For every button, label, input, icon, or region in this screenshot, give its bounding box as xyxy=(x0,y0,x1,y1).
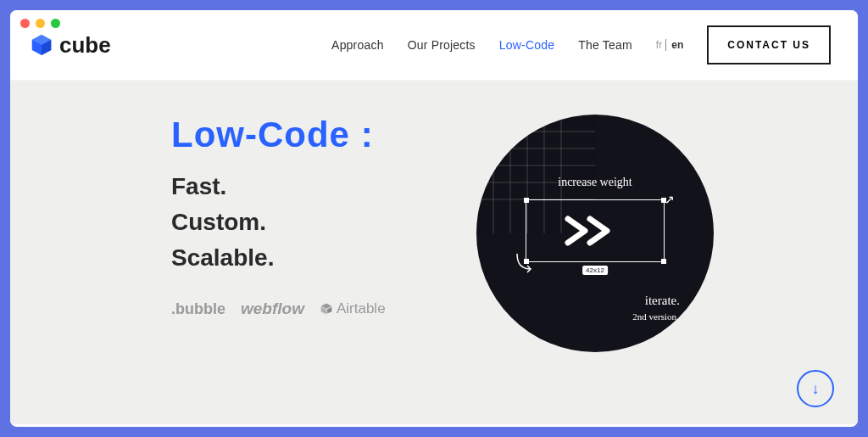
lang-fr[interactable]: fr xyxy=(656,39,662,51)
minimize-icon[interactable] xyxy=(36,19,45,28)
handle-icon xyxy=(661,259,666,264)
contact-button[interactable]: CONTACT US xyxy=(707,25,831,64)
nav-projects[interactable]: Our Projects xyxy=(408,38,476,52)
lang-en[interactable]: en xyxy=(665,39,683,51)
handle-icon xyxy=(524,198,529,203)
hero-section: Low-Code : Fast. Custom. Scalable. .bubb… xyxy=(10,81,858,424)
tool-logos: .bubble webflow Airtable xyxy=(171,300,442,318)
nav-approach[interactable]: Approach xyxy=(331,38,384,52)
illustration-circle: increase weight 42x12 ↗ xyxy=(476,115,714,352)
browser-frame: cube Approach Our Projects Low-Code The … xyxy=(10,10,858,427)
dimensions-label: 42x12 xyxy=(582,266,608,275)
resize-arrow-icon: ↗ xyxy=(665,193,675,206)
webflow-logo: webflow xyxy=(241,300,304,318)
nav-lowcode[interactable]: Low-Code xyxy=(499,38,554,52)
close-icon[interactable] xyxy=(20,19,30,28)
bubble-logo: .bubble xyxy=(171,300,225,318)
scroll-down-button[interactable]: ↓ xyxy=(797,370,834,407)
language-switcher: fr en xyxy=(656,39,683,51)
hero-text: Low-Code : Fast. Custom. Scalable. .bubb… xyxy=(171,115,442,390)
selection-box: 42x12 xyxy=(526,199,665,262)
arrow-down-icon: ↓ xyxy=(812,380,820,398)
chevrons-icon xyxy=(561,214,629,248)
hero-line-1: Fast. xyxy=(171,169,442,204)
annotation-iterate: iterate. xyxy=(645,294,680,308)
maximize-icon[interactable] xyxy=(51,19,60,28)
annotation-version: 2nd version xyxy=(632,311,676,322)
header: cube Approach Our Projects Low-Code The … xyxy=(10,10,858,81)
window-controls xyxy=(10,10,70,36)
hero-line-3: Scalable. xyxy=(171,240,442,276)
nav-team[interactable]: The Team xyxy=(578,38,632,52)
curve-arrow-icon xyxy=(514,250,534,276)
hero-title: Low-Code : xyxy=(171,115,442,155)
hero-subtitle: Fast. Custom. Scalable. xyxy=(171,169,442,276)
nav: Approach Our Projects Low-Code The Team … xyxy=(331,25,831,64)
annotation-top: increase weight xyxy=(558,176,632,189)
airtable-icon xyxy=(320,302,333,316)
hero-line-2: Custom. xyxy=(171,204,442,240)
airtable-logo: Airtable xyxy=(320,300,386,317)
hero-illustration: increase weight 42x12 ↗ xyxy=(476,115,714,390)
